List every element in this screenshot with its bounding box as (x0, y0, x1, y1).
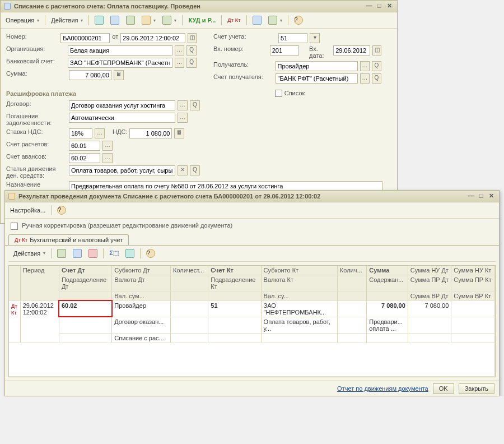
tab-accounting[interactable]: Дт Кт Бухгалтерский и налоговый учет (8, 234, 129, 245)
col-sub-dt: Субконто Дт (112, 266, 171, 275)
grid-icon-2[interactable] (70, 247, 85, 260)
cashflow-clear-icon[interactable]: ✕ (178, 165, 188, 175)
contract-label: Договор: (6, 100, 67, 107)
col-marker (9, 266, 20, 301)
toolbar: Операция Действия КУД и Р... Дт Кт ? (1, 12, 397, 29)
grid-icon-1[interactable] (54, 247, 69, 260)
settings-button[interactable]: Настройка... (7, 205, 48, 215)
date-picker-icon[interactable] (188, 33, 197, 43)
acct-dropdown-icon[interactable]: ▾ (310, 33, 320, 43)
cell-sub-kt-1: ЗАО "НЕФТЕПРОМБАНК... (261, 300, 337, 317)
tb-goto-icon[interactable] (160, 14, 179, 26)
contract-open-icon[interactable]: Q (190, 100, 200, 110)
debt-select-icon[interactable]: … (178, 113, 188, 123)
vat-input[interactable] (129, 128, 172, 138)
result-minimize-button[interactable]: — (466, 192, 475, 200)
vat-label: НДС: (113, 128, 127, 135)
recip-select-icon[interactable]: … (360, 61, 370, 71)
advance-acct-select-icon[interactable]: … (102, 153, 113, 163)
bank-open-icon[interactable]: Q (186, 58, 197, 68)
recip-open-icon[interactable]: Q (372, 61, 381, 71)
cell-sum: 7 080,00 (367, 300, 408, 317)
debt-label: Погашение задолженности: (6, 113, 67, 126)
table-row[interactable]: Списание с рас... (9, 333, 495, 343)
result-help-icon[interactable]: ? (54, 204, 69, 216)
table-row[interactable]: Дт Кт 29.06.2012 12:00:02 60.02 Провайде… (9, 300, 495, 317)
col-period: Период (20, 266, 59, 301)
advance-acct-label: Счет авансов: (6, 153, 67, 160)
in-no-input[interactable] (270, 45, 299, 55)
manual-checkbox-label: Ручная корректировка (разрешает редактир… (22, 222, 232, 229)
minimize-button[interactable]: — (365, 2, 374, 10)
tb-create-on-basis-icon[interactable] (139, 14, 158, 26)
cell-period: 29.06.2012 12:00:02 (20, 300, 59, 343)
advance-acct-input[interactable] (69, 153, 100, 163)
table-row[interactable]: Договор оказан... Оплата товаров, работ,… (9, 317, 495, 333)
contract-select-icon[interactable]: … (178, 100, 188, 110)
report-link[interactable]: Отчет по движениям документа (337, 385, 428, 392)
tb-save-icon[interactable] (108, 14, 122, 26)
org-select-icon[interactable]: … (175, 45, 185, 55)
row-dtkt-icon: Дт Кт (11, 303, 17, 316)
tb-struct-icon-2[interactable] (265, 14, 285, 26)
sum-input[interactable] (69, 70, 111, 80)
tb-dtkt-icon[interactable]: Дт Кт (225, 16, 243, 25)
section-title: Расшифровка платежа (6, 90, 76, 97)
list-checkbox[interactable] (275, 90, 282, 97)
cell-sub-kt-2: Оплата товаров, работ, у... (261, 317, 337, 333)
debt-input[interactable] (69, 113, 175, 123)
vat-rate-select-icon[interactable]: … (95, 128, 105, 138)
header-row-1: Период Счет Дт Субконто Дт Количест... С… (9, 266, 495, 275)
tb-help-icon[interactable]: ? (291, 14, 306, 26)
actions-menu[interactable]: Действия (48, 15, 86, 25)
tb-post-icon[interactable] (92, 14, 106, 26)
table-row-empty (9, 343, 495, 376)
grid-sum-icon[interactable]: Σ⬚ (106, 248, 122, 258)
recip-acct-open-icon[interactable]: Q (372, 73, 381, 84)
acct-input[interactable] (278, 33, 307, 43)
tb-copy-icon[interactable] (123, 14, 138, 26)
grid-icon-3[interactable] (86, 247, 100, 260)
grid-help-icon[interactable]: ? (143, 247, 158, 260)
close-button[interactable]: ✕ (385, 2, 394, 10)
in-date-picker-icon[interactable] (372, 45, 381, 55)
cashflow-input[interactable] (69, 165, 175, 175)
ok-button[interactable]: OK (433, 383, 454, 394)
bank-input[interactable] (68, 58, 172, 68)
maximize-button[interactable]: □ (375, 2, 384, 10)
acct-label: Счет учета: (213, 33, 276, 40)
in-no-label: Вх. номер: (213, 45, 268, 52)
bank-select-icon[interactable]: … (175, 58, 185, 68)
org-open-icon[interactable]: Q (186, 45, 197, 55)
tb-struct-icon-1[interactable] (250, 14, 264, 26)
number-input[interactable] (60, 33, 110, 43)
recip-acct-select-icon[interactable]: … (360, 73, 370, 84)
settle-acct-select-icon[interactable]: … (102, 141, 113, 151)
recip-input[interactable] (276, 61, 358, 71)
contract-input[interactable] (69, 100, 175, 110)
grid-actions-menu[interactable]: Действия (11, 248, 48, 258)
result-close-button[interactable]: ✕ (487, 192, 496, 200)
result-maximize-button[interactable]: □ (477, 192, 486, 200)
recip-acct-input[interactable] (276, 73, 358, 84)
grid: Период Счет Дт Субконто Дт Количест... С… (8, 265, 496, 377)
col-nu-dt: Сумма НУ Дт (408, 266, 451, 275)
operation-menu[interactable]: Операция (3, 15, 42, 25)
sum-calc-icon[interactable] (114, 70, 124, 80)
in-date-input[interactable] (333, 45, 370, 55)
settle-acct-input[interactable] (69, 141, 100, 151)
col-sum: Сумма (367, 266, 408, 275)
tb-kudir[interactable]: КУД и Р... (185, 15, 218, 25)
col-acct-kt: Счет Кт (208, 266, 261, 275)
sum-label: Сумма: (6, 70, 67, 77)
result-titlebar: Результат проведения документа Списание … (5, 191, 499, 202)
vat-calc-icon[interactable] (174, 128, 184, 138)
cashflow-open-icon[interactable]: Q (190, 165, 200, 175)
vat-rate-input[interactable] (69, 128, 92, 138)
in-date-label: Вх. дата: (309, 45, 331, 59)
org-input[interactable] (68, 45, 172, 55)
date-input[interactable] (120, 33, 185, 43)
manual-checkbox[interactable] (11, 223, 18, 230)
close-footer-button[interactable]: Закрыть (459, 383, 494, 394)
grid-refresh-icon[interactable] (123, 247, 137, 260)
